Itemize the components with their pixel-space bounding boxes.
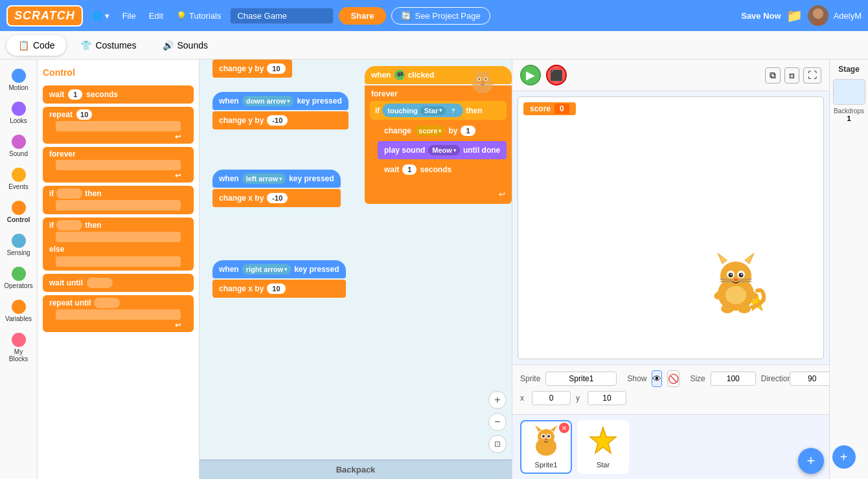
scripting-area[interactable]: change y by 10 when down arrow ▾ key pre… xyxy=(200,60,512,479)
see-project-label: See Project Page xyxy=(415,11,481,21)
svg-point-4 xyxy=(475,72,490,86)
see-project-button[interactable]: 🔄 See Project Page xyxy=(391,7,490,25)
show-visible-button[interactable]: 👁 xyxy=(652,370,662,387)
repeat-until-block[interactable]: repeat until ↩ xyxy=(43,295,194,332)
stage-sprite-cat xyxy=(700,249,771,320)
wait-until-block[interactable]: wait until xyxy=(43,274,194,292)
if-body: change score ▾ by 1 play sound Meow ▾ un… xyxy=(370,120,507,182)
zoom-out-button[interactable]: − xyxy=(488,413,507,431)
tab-code[interactable]: 📋 Code xyxy=(6,35,66,56)
share-button[interactable]: Share xyxy=(339,7,385,25)
sprite-name-input[interactable] xyxy=(545,372,617,386)
project-name-input[interactable] xyxy=(230,8,334,24)
sidebar-item-myblocks[interactable]: My Blocks xyxy=(2,329,36,366)
if-else-block[interactable]: if then else xyxy=(43,217,194,271)
size-input[interactable] xyxy=(711,372,756,386)
if-keyword: if xyxy=(375,106,380,115)
sidebar-item-variables[interactable]: Variables xyxy=(2,296,36,326)
forever-wrapper[interactable]: forever if touching Star ▾ xyxy=(365,85,512,204)
looks-circle xyxy=(12,102,26,116)
left-arrow-hat[interactable]: when left arrow ▾ key pressed xyxy=(212,170,341,188)
control-circle xyxy=(12,201,26,215)
svg-point-20 xyxy=(729,273,733,278)
if-touching-block[interactable]: if touching Star ▾ ? then xyxy=(370,101,507,187)
wait-1-block[interactable]: wait 1 seconds xyxy=(378,161,507,179)
score-var-dropdown[interactable]: score ▾ xyxy=(415,126,445,136)
sprite-card-sprite1[interactable]: ✕ Sprite1 xyxy=(520,420,572,474)
then-keyword: then xyxy=(466,106,482,115)
down-arrow-hat[interactable]: when down arrow ▾ key pressed xyxy=(212,92,348,110)
sidebar-item-sound[interactable]: Sound xyxy=(2,131,36,161)
sound-dropdown[interactable]: Meow ▾ xyxy=(428,145,460,155)
edit-menu[interactable]: Edit xyxy=(145,8,167,23)
sprite-card-star[interactable]: Star xyxy=(577,420,629,474)
touching-condition[interactable]: touching Star ▾ ? xyxy=(382,104,463,117)
tab-costumes[interactable]: 👕 Costumes xyxy=(69,35,148,56)
direction-input[interactable] xyxy=(790,372,835,386)
sprite-list: ✕ Sprite1 xyxy=(512,414,829,479)
svg-point-33 xyxy=(738,304,751,313)
green-flag-button[interactable]: ▶ xyxy=(520,65,541,85)
small-stage-button[interactable]: ⧉ xyxy=(765,67,781,84)
svg-point-13 xyxy=(720,262,751,290)
wait-1-val: 1 xyxy=(402,164,417,175)
svg-point-29 xyxy=(725,286,746,304)
backdrop-thumbnail[interactable] xyxy=(833,79,865,105)
star-dropdown[interactable]: Star ▾ xyxy=(420,106,446,115)
change-score-block[interactable]: change score ▾ by 1 xyxy=(378,122,507,140)
sound-circle xyxy=(12,135,26,149)
show-hidden-button[interactable]: 🚫 xyxy=(667,370,680,387)
add-sprite-button[interactable]: + xyxy=(798,448,824,474)
fullscreen-button[interactable]: ⛶ xyxy=(803,67,821,84)
stage-canvas: score 0 xyxy=(518,96,824,359)
username-label[interactable]: AdelyM xyxy=(834,11,862,21)
scratch-logo[interactable]: SCRATCH xyxy=(6,5,83,27)
repeat-until-label: repeat until xyxy=(49,298,91,307)
play-sound-block[interactable]: play sound Meow ▾ until done xyxy=(378,141,507,159)
file-menu[interactable]: File xyxy=(119,8,140,23)
sidebar-item-operators[interactable]: Operators xyxy=(2,263,36,293)
change-x-pos-block[interactable]: change x by 10 xyxy=(212,280,346,298)
svg-point-10 xyxy=(485,78,487,80)
backpack-bar[interactable]: Backpack xyxy=(200,460,512,479)
forever-return: ↩ xyxy=(365,187,512,201)
down-arrow-dropdown[interactable]: down arrow ▾ xyxy=(242,96,294,106)
svg-point-9 xyxy=(479,78,481,80)
tab-sounds[interactable]: 🔊 Sounds xyxy=(151,35,220,56)
wait-block[interactable]: wait 1 seconds xyxy=(43,85,194,104)
sidebar-item-sensing[interactable]: Sensing xyxy=(2,230,36,260)
forever-block[interactable]: forever ↩ xyxy=(43,147,194,183)
zoom-controls: + − ⊡ xyxy=(488,391,507,453)
split-stage-button[interactable]: ⧈ xyxy=(784,67,799,84)
sidebar-item-events[interactable]: Events xyxy=(2,164,36,194)
change-y-top-block[interactable]: change y by 10 xyxy=(212,60,292,78)
svg-point-23 xyxy=(741,274,742,275)
score-badge: score 0 xyxy=(523,102,576,115)
fit-screen-button[interactable]: ⊡ xyxy=(488,435,507,453)
sidebar-item-motion[interactable]: Motion xyxy=(2,65,36,95)
change-y-block[interactable]: change y by -10 xyxy=(212,111,348,129)
else-label: else xyxy=(49,243,187,255)
score-value: 0 xyxy=(554,104,569,114)
save-now-button[interactable]: Save Now xyxy=(741,11,781,21)
x-input[interactable] xyxy=(532,391,571,405)
right-arrow-hat[interactable]: when right arrow ▾ key pressed xyxy=(212,260,346,278)
sprite1-delete-button[interactable]: ✕ xyxy=(559,423,569,433)
right-arrow-dropdown[interactable]: right arrow ▾ xyxy=(242,264,291,274)
left-arrow-group: when left arrow ▾ key pressed change x b… xyxy=(212,170,341,208)
svg-point-22 xyxy=(731,274,732,275)
globe-menu[interactable]: 🌐 ▾ xyxy=(88,8,113,23)
folder-icon[interactable]: 📁 xyxy=(786,8,803,23)
zoom-in-button[interactable]: + xyxy=(488,391,507,409)
add-backdrop-button[interactable]: + xyxy=(832,445,856,469)
left-arrow-dropdown[interactable]: left arrow ▾ xyxy=(242,173,286,184)
tutorials-button[interactable]: 💡 Tutorials xyxy=(172,8,225,23)
change-x-neg-block[interactable]: change x by -10 xyxy=(212,189,341,207)
y-input[interactable] xyxy=(588,391,626,405)
svg-point-1 xyxy=(813,8,823,19)
sidebar-item-looks[interactable]: Looks xyxy=(2,98,36,128)
if-then-block[interactable]: if then xyxy=(43,186,194,214)
stop-button[interactable]: ⬛ xyxy=(546,65,567,85)
repeat-block[interactable]: repeat 10 ↩ xyxy=(43,107,194,144)
sidebar-item-control[interactable]: Control xyxy=(2,197,36,227)
